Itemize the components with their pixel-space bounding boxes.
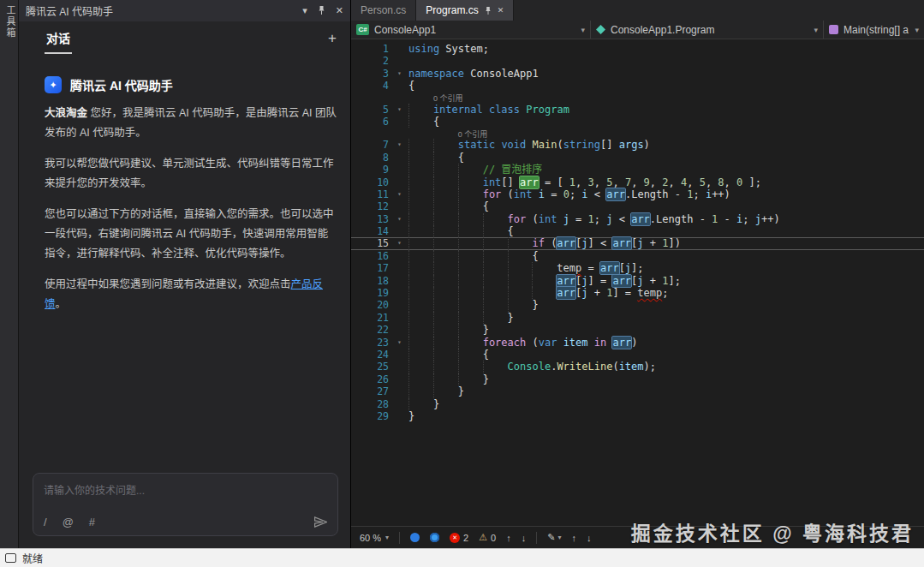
line-number[interactable]: 29 <box>351 410 394 422</box>
line-number[interactable]: 16 <box>351 250 394 262</box>
scroll-down-icon[interactable]: ↓ <box>587 533 592 543</box>
line-number[interactable]: 21 <box>351 312 394 324</box>
collapsed-tool-window-tab[interactable]: 工具箱 <box>3 0 17 39</box>
code-line-10[interactable]: 10int[] arr = [ 1, 3, 5, 7, 9, 2, 4, 5, … <box>351 176 924 188</box>
line-number[interactable]: 26 <box>351 373 394 385</box>
line-number[interactable]: 11 <box>351 188 394 200</box>
code-line-26[interactable]: 26} <box>351 373 924 385</box>
code-line-21[interactable]: 21} <box>351 312 924 324</box>
sync-status-icon[interactable] <box>410 533 420 542</box>
pin-icon[interactable] <box>485 6 492 15</box>
line-number[interactable]: 25 <box>351 361 394 373</box>
code-line-19[interactable]: 19arr[j + 1] = temp; <box>351 287 924 299</box>
line-number[interactable]: 19 <box>351 287 394 299</box>
mention-icon[interactable]: @ <box>63 516 74 528</box>
code-line-9[interactable]: 9// 冒泡排序 <box>351 164 924 176</box>
outline-collapse-icon[interactable]: ▾ <box>394 104 405 116</box>
code-line-3[interactable]: 3▾namespace ConsoleApp1 <box>351 68 924 80</box>
line-number[interactable]: 4 <box>351 80 394 92</box>
code-line-24[interactable]: 24{ <box>351 349 924 361</box>
line-number[interactable]: 8 <box>351 152 394 164</box>
line-number[interactable]: 6 <box>351 116 394 128</box>
tab-person-cs[interactable]: Person.cs <box>351 0 416 21</box>
new-chat-button[interactable]: + <box>328 30 337 54</box>
warning-indicator[interactable]: ⚠ 0 <box>479 532 496 543</box>
code-line-2[interactable]: 2 <box>351 55 924 67</box>
member-dropdown[interactable]: Main(string[] a ▾ <box>824 21 924 39</box>
line-number[interactable]: 12 <box>351 200 394 212</box>
send-icon[interactable] <box>314 516 327 528</box>
code-line-20[interactable]: 20} <box>351 299 924 311</box>
line-number[interactable]: 5 <box>351 104 394 116</box>
outline-collapse-icon[interactable]: ▾ <box>394 337 405 349</box>
code-line-8[interactable]: 8{ <box>351 152 924 164</box>
line-number[interactable]: 10 <box>351 176 394 188</box>
code-line-15[interactable]: 15▾if (arr[j] < arr[j + 1]) <box>351 237 924 249</box>
navigate-down-icon[interactable]: ↓ <box>522 533 527 543</box>
code-line-16[interactable]: 16{ <box>351 250 924 262</box>
slash-command-icon[interactable]: / <box>44 516 47 528</box>
codelens-references[interactable]: 0 个引用 <box>433 94 463 103</box>
line-number[interactable]: 27 <box>351 385 394 397</box>
code-line-14[interactable]: 14{ <box>351 225 924 237</box>
outline-collapse-icon[interactable]: ▾ <box>394 188 405 200</box>
chat-input-box[interactable]: / @ # <box>33 473 338 536</box>
feedback-status-icon[interactable] <box>5 553 16 563</box>
line-number[interactable]: 15 <box>351 237 394 249</box>
code-line-28[interactable]: 28} <box>351 398 924 410</box>
code-line-6[interactable]: 6{ <box>351 116 924 128</box>
code-line-22[interactable]: 22} <box>351 324 924 336</box>
code-editor[interactable]: 1using System;23▾namespace ConsoleApp14{… <box>351 39 924 526</box>
chat-input[interactable] <box>44 482 327 516</box>
code-line-27[interactable]: 27} <box>351 385 924 397</box>
close-icon[interactable]: ✕ <box>498 6 504 15</box>
outline-collapse-icon[interactable]: ▾ <box>394 237 405 249</box>
line-number[interactable]: 1 <box>351 43 394 55</box>
outline-collapse-icon[interactable]: ▾ <box>394 68 405 80</box>
line-number[interactable]: 24 <box>351 349 394 361</box>
line-number[interactable]: 9 <box>351 164 394 176</box>
code-line-1[interactable]: 1using System; <box>351 43 924 55</box>
line-number[interactable]: 23 <box>351 337 394 349</box>
code-line-12[interactable]: 12{ <box>351 200 924 212</box>
outline-collapse-icon[interactable]: ▾ <box>394 213 405 225</box>
code-line-18[interactable]: 18arr[j] = arr[j + 1]; <box>351 275 924 287</box>
line-number[interactable]: 28 <box>351 398 394 410</box>
zoom-dropdown[interactable]: 60 % ▾ <box>360 533 389 543</box>
window-position-chevron-icon[interactable]: ▾ <box>302 5 307 16</box>
code-line-29[interactable]: 29} <box>351 410 924 422</box>
line-number[interactable]: 3 <box>351 68 394 80</box>
code-line-4[interactable]: 4{ <box>351 80 924 92</box>
pin-icon[interactable] <box>318 5 325 17</box>
close-icon[interactable]: ✕ <box>336 5 343 16</box>
type-dropdown[interactable]: ConsoleApp1.Program ▾ <box>591 21 824 39</box>
code-line-5[interactable]: 5▾internal class Program <box>351 104 924 116</box>
navigate-up-icon[interactable]: ↑ <box>506 533 511 543</box>
code-line-23[interactable]: 23▾foreach (var item in arr) <box>351 337 924 349</box>
code-line-17[interactable]: 17temp = arr[j]; <box>351 262 924 274</box>
format-brush-icon[interactable]: ✎ ▾ <box>547 532 561 543</box>
tab-program-cs[interactable]: Program.cs ✕ <box>416 0 514 21</box>
project-dropdown[interactable]: C# ConsoleApp1 ▾ <box>351 21 591 39</box>
hash-context-icon[interactable]: # <box>89 516 95 528</box>
line-number[interactable]: 13 <box>351 213 394 225</box>
code-line-11[interactable]: 11▾for (int i = 0; i < arr.Length - 1; i… <box>351 188 924 200</box>
codelens-references[interactable]: 0 个引用 <box>458 130 488 139</box>
outline-collapse-icon[interactable]: ▾ <box>394 139 405 151</box>
code-line-7[interactable]: 7▾static void Main(string[] args) <box>351 139 924 151</box>
code-line-13[interactable]: 13▾for (int j = 1; j < arr.Length - 1 - … <box>351 213 924 225</box>
error-indicator[interactable]: ✕ 2 <box>450 533 468 543</box>
line-number[interactable]: 18 <box>351 275 394 287</box>
scroll-up-icon[interactable]: ↑ <box>571 533 576 543</box>
tab-chat[interactable]: 对话 <box>45 22 72 54</box>
line-number[interactable]: 14 <box>351 225 394 237</box>
line-number[interactable]: 7 <box>351 139 394 151</box>
panel-titlebar[interactable]: 腾讯云 AI 代码助手 ▾ ✕ <box>19 0 350 21</box>
line-number[interactable]: 17 <box>351 262 394 274</box>
line-number[interactable]: 20 <box>351 299 394 311</box>
line-number[interactable]: 2 <box>351 55 394 67</box>
line-number[interactable]: 22 <box>351 324 394 336</box>
token: arr <box>520 176 539 188</box>
connection-status-icon[interactable] <box>430 533 439 542</box>
code-line-25[interactable]: 25Console.WriteLine(item); <box>351 361 924 373</box>
